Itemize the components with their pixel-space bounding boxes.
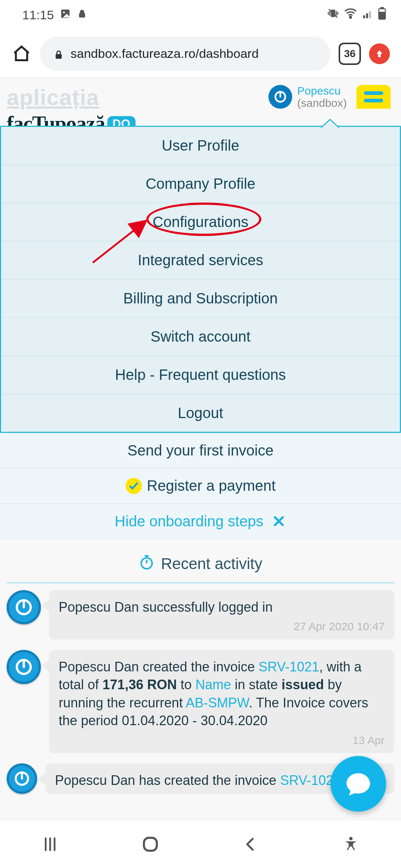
onboarding-hide-steps[interactable]: Hide onboarding steps xyxy=(0,504,401,539)
onboarding-first-invoice[interactable]: Send your first invoice xyxy=(0,433,401,468)
activity-bubble: Popescu Dan created the invoice SRV-1021… xyxy=(49,650,394,753)
battery-icon xyxy=(378,7,386,23)
nav-back-button[interactable] xyxy=(239,833,262,855)
hamburger-menu-button[interactable] xyxy=(356,85,391,109)
url-bar[interactable]: sandbox.factureaza.ro/dashboard xyxy=(40,37,330,71)
avatar-icon xyxy=(7,590,41,624)
menu-item-configurations[interactable]: Configurations xyxy=(1,203,400,241)
user-dropdown-menu: User Profile Company Profile Configurati… xyxy=(0,126,401,433)
svg-rect-12 xyxy=(56,54,62,59)
client-link[interactable]: Name xyxy=(195,677,231,692)
recurrent-link[interactable]: AB-SMPW xyxy=(186,695,249,710)
url-text: sandbox.factureaza.ro/dashboard xyxy=(71,46,259,61)
wifi-icon xyxy=(344,7,357,23)
android-nav-bar xyxy=(0,820,401,868)
tab-switcher-button[interactable]: 36 xyxy=(339,43,361,65)
menu-item-switch-account[interactable]: Switch account xyxy=(1,318,400,356)
header-user-area[interactable]: Popescu (sandbox) xyxy=(268,85,391,109)
activity-text: Popescu Dan created the invoice SRV-1021… xyxy=(59,659,368,729)
page-content: aplicația facTupoază DO Popescu (sandbox… xyxy=(0,78,401,820)
check-icon xyxy=(125,478,142,494)
android-status-bar: 11:15 xyxy=(0,0,401,30)
nav-accessibility-button[interactable] xyxy=(340,833,362,855)
activity-bubble: Popescu Dan successfully logged in 27 Ap… xyxy=(49,590,394,640)
activity-item: Popescu Dan successfully logged in 27 Ap… xyxy=(7,590,394,640)
onboarding-register-payment[interactable]: Register a payment xyxy=(0,468,401,504)
download-notification-icon xyxy=(77,8,87,22)
svg-point-31 xyxy=(349,837,352,840)
browser-home-button[interactable] xyxy=(11,43,32,64)
menu-item-billing[interactable]: Billing and Subscription xyxy=(1,280,400,318)
svg-rect-30 xyxy=(144,838,157,851)
svg-point-4 xyxy=(350,16,352,18)
menu-item-logout[interactable]: Logout xyxy=(1,394,400,432)
menu-item-integrated-services[interactable]: Integrated services xyxy=(1,241,400,280)
signal-icon xyxy=(362,7,374,22)
photo-notification-icon xyxy=(60,8,71,22)
status-right-icons xyxy=(327,7,386,23)
svg-rect-7 xyxy=(369,11,371,19)
menu-item-company-profile[interactable]: Company Profile xyxy=(1,165,400,203)
nav-home-button[interactable] xyxy=(139,833,162,855)
chat-fab-button[interactable] xyxy=(330,756,386,812)
avatar-icon xyxy=(7,650,41,684)
close-icon xyxy=(271,514,286,529)
menu-item-user-profile[interactable]: User Profile xyxy=(1,127,400,165)
user-label: Popescu (sandbox) xyxy=(297,85,347,109)
status-time: 11:15 xyxy=(22,8,54,22)
lock-icon xyxy=(53,49,64,59)
power-icon xyxy=(268,85,292,109)
activity-item: Popescu Dan created the invoice SRV-1021… xyxy=(7,650,394,753)
svg-point-17 xyxy=(141,558,152,569)
avatar-icon xyxy=(7,763,37,794)
invoice-link[interactable]: SRV-1021 xyxy=(258,659,319,674)
recent-activity-heading: Recent activity xyxy=(0,539,401,582)
svg-rect-10 xyxy=(380,7,384,9)
svg-rect-6 xyxy=(366,13,368,18)
svg-point-1 xyxy=(63,11,65,13)
svg-rect-11 xyxy=(379,9,385,12)
svg-rect-5 xyxy=(363,15,365,18)
nav-recents-button[interactable] xyxy=(39,833,61,855)
activity-timestamp: 13 Apr xyxy=(59,733,385,748)
browser-update-button[interactable] xyxy=(369,43,390,64)
brand-line1: aplicația xyxy=(7,85,136,110)
browser-toolbar: sandbox.factureaza.ro/dashboard 36 xyxy=(0,30,401,78)
menu-item-help[interactable]: Help - Frequent questions xyxy=(1,356,400,394)
activity-timestamp: 27 Apr 2020 10:47 xyxy=(59,619,385,634)
stopwatch-icon xyxy=(138,554,155,574)
activity-text: Popescu Dan successfully logged in xyxy=(59,599,273,615)
vibrate-icon xyxy=(327,7,339,23)
